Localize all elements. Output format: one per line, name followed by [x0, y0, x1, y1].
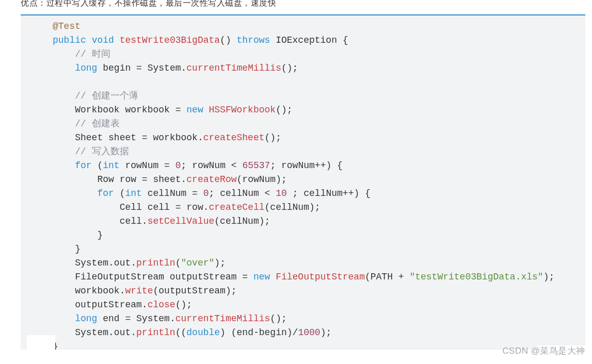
method-call: close — [148, 300, 175, 310]
keyword-double: double — [186, 327, 220, 338]
keyword-void: void — [92, 35, 114, 45]
method-call: println — [136, 327, 175, 338]
method-call: currentTimeMillis — [175, 313, 270, 324]
keyword-new: new — [186, 105, 203, 115]
language-badge: java — [537, 345, 585, 350]
method-call: createCell — [209, 202, 265, 212]
method-call: setCellValue — [148, 216, 215, 226]
comment: // 时间 — [75, 49, 110, 59]
string-literal: "testWrite03BigData.xls" — [409, 272, 543, 282]
comment: // 创建一个薄 — [75, 91, 138, 101]
code-pre: @Test public void testWrite03BigData() t… — [21, 20, 585, 350]
method-call: currentTimeMillis — [186, 63, 281, 73]
string-literal: "over" — [181, 258, 215, 268]
code-inner: @Test public void testWrite03BigData() t… — [21, 15, 585, 350]
keyword-public: public — [53, 35, 86, 45]
keyword-int: int — [125, 188, 141, 198]
code-block: @Test public void testWrite03BigData() t… — [21, 14, 585, 350]
number-literal: 10 — [276, 188, 287, 198]
white-strip — [27, 335, 55, 350]
keyword-int: int — [103, 160, 119, 171]
number-literal: 0 — [175, 160, 181, 171]
header-breadcrumb: 优点：过程中写入缓存，不操作磁盘，最后一次性写入磁盘，速度快 — [21, 0, 276, 9]
number-literal: 65537 — [242, 160, 270, 171]
comment: // 创建表 — [75, 119, 119, 129]
keyword-long: long — [75, 313, 97, 324]
keyword-throws: throws — [237, 35, 270, 45]
method-call: createSheet — [203, 133, 265, 143]
comment: // 写入数据 — [75, 146, 129, 157]
class-constructor: HSSFWorkbook — [209, 105, 276, 115]
number-literal: 0 — [203, 188, 209, 198]
method-call: println — [136, 258, 175, 268]
keyword-for: for — [75, 160, 91, 171]
method-name: testWrite03BigData — [120, 35, 220, 45]
annotation: @Test — [53, 21, 81, 31]
class-constructor: FileOutputStream — [276, 272, 365, 282]
method-call: write — [125, 286, 153, 296]
keyword-new: new — [253, 272, 270, 282]
method-call: createRow — [186, 174, 236, 185]
keyword-long: long — [75, 63, 97, 73]
keyword-for: for — [97, 188, 114, 198]
number-literal: 1000 — [298, 327, 320, 338]
